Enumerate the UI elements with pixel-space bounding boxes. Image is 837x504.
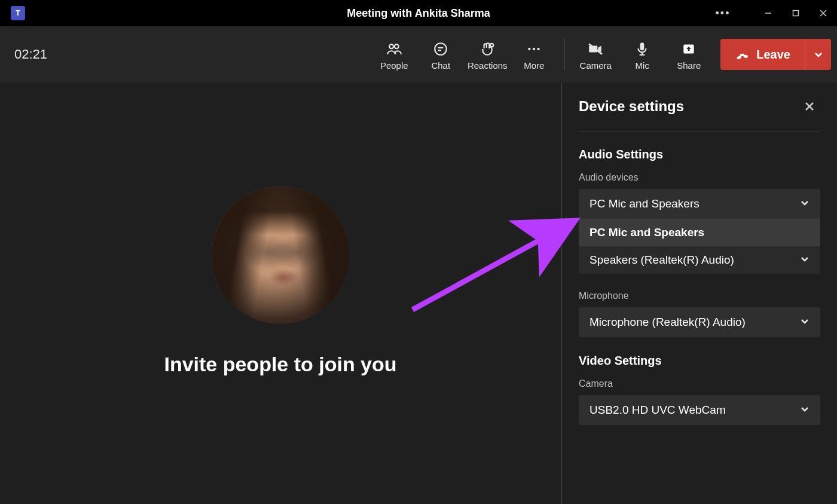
leave-label: Leave bbox=[756, 48, 790, 62]
meeting-controlbar: 02:21 People Chat Reactions More Camera bbox=[0, 26, 837, 83]
camera-label: Camera bbox=[579, 378, 820, 389]
chevron-down-icon bbox=[800, 404, 809, 417]
share-button[interactable]: Share bbox=[665, 30, 712, 78]
mic-icon bbox=[634, 39, 650, 59]
hangup-icon bbox=[735, 47, 749, 62]
chat-button[interactable]: Chat bbox=[417, 30, 464, 78]
camera-off-icon bbox=[588, 39, 603, 59]
meeting-stage: Invite people to join you bbox=[0, 83, 562, 504]
window-controls: ••• bbox=[709, 0, 837, 26]
people-button[interactable]: People bbox=[371, 30, 417, 78]
svg-point-11 bbox=[533, 47, 535, 50]
camera-button[interactable]: Camera bbox=[572, 30, 619, 78]
mic-button[interactable]: Mic bbox=[619, 30, 665, 78]
leave-button[interactable]: Leave bbox=[720, 39, 805, 70]
audio-devices-label: Audio devices bbox=[579, 172, 820, 183]
chevron-down-icon bbox=[800, 197, 809, 210]
chevron-down-icon bbox=[800, 253, 809, 267]
audio-device-option-speakers[interactable]: Speakers (Realtek(R) Audio) bbox=[579, 246, 820, 274]
close-panel-button[interactable] bbox=[799, 96, 820, 117]
leave-group: Leave bbox=[720, 39, 831, 70]
audio-devices-select[interactable]: PC Mic and Speakers bbox=[579, 189, 820, 219]
close-window-button[interactable] bbox=[809, 0, 837, 26]
share-label: Share bbox=[677, 60, 701, 71]
reactions-label: Reactions bbox=[468, 60, 508, 71]
more-options-icon[interactable]: ••• bbox=[709, 0, 737, 26]
share-icon bbox=[681, 39, 697, 59]
divider bbox=[564, 38, 565, 71]
svg-point-5 bbox=[395, 44, 399, 48]
close-icon bbox=[805, 102, 814, 111]
svg-point-9 bbox=[490, 43, 493, 46]
people-icon bbox=[386, 39, 402, 59]
teams-app-icon bbox=[11, 6, 25, 20]
main-area: Invite people to join you Device setting… bbox=[0, 83, 837, 504]
audio-device-option-pc[interactable]: PC Mic and Speakers bbox=[579, 219, 820, 246]
microphone-value: Microphone (Realtek(R) Audio) bbox=[589, 316, 746, 329]
maximize-button[interactable] bbox=[782, 0, 809, 26]
call-timer: 02:21 bbox=[14, 47, 47, 62]
svg-point-6 bbox=[435, 43, 447, 55]
reactions-icon bbox=[479, 39, 495, 59]
titlebar: Meeting with Ankita Sharma ••• bbox=[0, 0, 837, 26]
chevron-down-icon bbox=[800, 316, 809, 329]
mic-label: Mic bbox=[636, 60, 649, 71]
leave-caret-button[interactable] bbox=[805, 39, 831, 70]
ellipsis-icon bbox=[526, 39, 542, 59]
chevron-down-icon bbox=[814, 50, 823, 59]
audio-section-title: Audio Settings bbox=[579, 148, 820, 161]
device-settings-panel: Device settings Audio Settings Audio dev… bbox=[562, 83, 837, 504]
more-label: More bbox=[524, 60, 544, 71]
camera-label: Camera bbox=[580, 60, 612, 71]
microphone-select[interactable]: Microphone (Realtek(R) Audio) bbox=[579, 307, 820, 337]
camera-value: USB2.0 HD UVC WebCam bbox=[589, 404, 726, 417]
reactions-button[interactable]: Reactions bbox=[464, 30, 511, 78]
video-section-title: Video Settings bbox=[579, 354, 820, 368]
more-button[interactable]: More bbox=[511, 30, 557, 78]
window-title: Meeting with Ankita Sharma bbox=[347, 7, 490, 20]
minimize-button[interactable] bbox=[754, 0, 782, 26]
svg-line-18 bbox=[413, 223, 571, 310]
camera-select[interactable]: USB2.0 HD UVC WebCam bbox=[579, 395, 820, 425]
invite-text: Invite people to join you bbox=[164, 353, 396, 376]
audio-devices-dropdown: PC Mic and Speakers Speakers (Realtek(R)… bbox=[579, 219, 820, 274]
people-label: People bbox=[380, 60, 408, 71]
annotation-arrow bbox=[407, 214, 586, 316]
divider bbox=[579, 132, 820, 132]
chat-icon bbox=[433, 39, 448, 59]
microphone-label: Microphone bbox=[579, 291, 820, 301]
participant-avatar bbox=[212, 187, 349, 324]
audio-devices-value: PC Mic and Speakers bbox=[589, 197, 699, 210]
chat-label: Chat bbox=[431, 60, 450, 71]
svg-rect-1 bbox=[793, 11, 799, 16]
svg-point-12 bbox=[537, 47, 540, 50]
panel-title: Device settings bbox=[579, 98, 684, 115]
svg-point-4 bbox=[389, 44, 393, 48]
svg-point-10 bbox=[529, 47, 531, 50]
svg-rect-14 bbox=[640, 42, 644, 50]
